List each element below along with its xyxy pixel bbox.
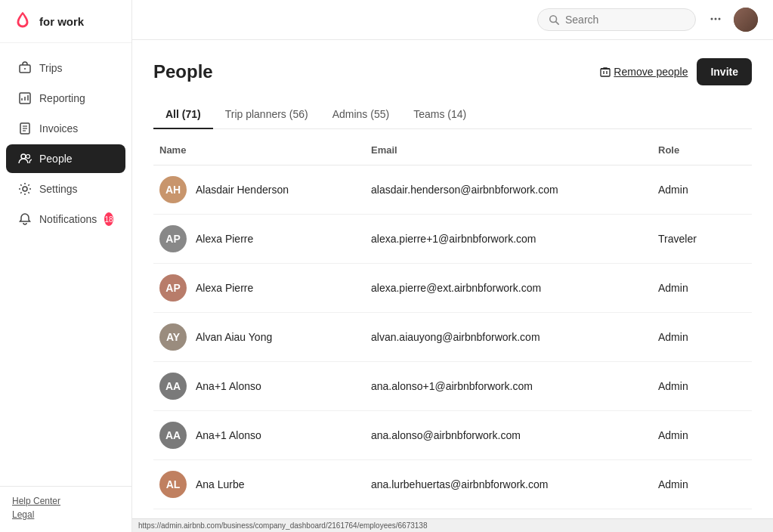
person-avatar: AP — [159, 274, 187, 302]
person-role: Admin — [652, 165, 752, 215]
sidebar-item-label: Reporting — [39, 92, 85, 104]
main-content: People Remove people Invite — [132, 40, 773, 518]
airbnb-logo-icon — [12, 11, 33, 32]
notifications-icon — [18, 212, 32, 226]
sidebar-item-notifications[interactable]: Notifications 18 — [6, 205, 125, 234]
svg-point-16 — [715, 17, 717, 20]
table-row[interactable]: APAlexa Pierrealexa.pierre@ext.airbnbfor… — [153, 264, 752, 313]
person-name-cell: AAAna+1 Alonso — [153, 411, 365, 460]
person-role: Admin — [652, 313, 752, 362]
person-name-cell: APAlexa Pierre — [153, 264, 365, 313]
person-email: alexa.pierre@ext.airbnbforwork.com — [365, 264, 652, 313]
page-content: People Remove people Invite — [132, 40, 773, 518]
people-table: Name Email Role AHAlasdair Hendersonalas… — [153, 135, 752, 518]
sidebar-item-settings[interactable]: Settings — [6, 175, 125, 203]
sidebar-item-trips[interactable]: Trips — [6, 54, 125, 82]
table-row[interactable]: AYAlvan Aiau Yongalvan.aiauyong@airbnbfo… — [153, 313, 752, 362]
settings-icon — [18, 182, 32, 196]
person-email: andrew.prayogo@ext.airbnbforwork.com — [365, 509, 652, 519]
table-row[interactable]: APAlexa Pierrealexa.pierre+1@airbnbforwo… — [153, 215, 752, 264]
status-bar: https://admin.airbnb.com/business/compan… — [132, 518, 773, 532]
svg-point-15 — [711, 17, 713, 20]
svg-point-12 — [23, 187, 27, 191]
person-role: Admin — [652, 460, 752, 509]
person-name: Alexa Pierre — [196, 282, 253, 294]
invoices-icon — [18, 122, 32, 135]
person-email: ana.alonso@airbnbforwork.com — [365, 411, 652, 460]
sidebar-item-reporting[interactable]: Reporting — [6, 84, 125, 113]
table-row[interactable]: AAAna+1 Alonsoana.alonso+1@airbnbforwork… — [153, 362, 752, 411]
person-name: Ana+1 Alonso — [196, 380, 261, 392]
tab-all[interactable]: All (71) — [153, 101, 213, 129]
person-name: Alvan Aiau Yong — [196, 331, 272, 343]
person-avatar: AA — [159, 422, 187, 449]
person-role: Traveler — [652, 215, 752, 264]
sidebar-item-label: Settings — [39, 183, 78, 195]
person-name-cell: APAlexa Pierre — [153, 215, 365, 264]
svg-point-11 — [26, 155, 30, 159]
table-row[interactable]: ALAna Lurbeana.lurbehuertas@airbnbforwor… — [153, 460, 752, 509]
svg-point-10 — [21, 154, 26, 159]
people-icon — [18, 152, 32, 165]
header-actions: Remove people Invite — [600, 58, 752, 85]
avatar-image — [734, 8, 758, 32]
invite-button[interactable]: Invite — [697, 58, 752, 85]
person-email: ana.alonso+1@airbnbforwork.com — [365, 362, 652, 411]
person-name: Alasdair Henderson — [196, 184, 289, 196]
sidebar-header: for work — [0, 0, 131, 43]
page-title: People — [153, 61, 213, 82]
search-box[interactable] — [537, 8, 696, 31]
person-avatar: AL — [159, 471, 187, 498]
person-name-cell: AYAlvan Aiau Yong — [153, 313, 365, 362]
person-email: alasdair.henderson@airbnbforwork.com — [365, 165, 652, 215]
table-row[interactable]: AAAna+1 Alonsoana.alonso@airbnbforwork.c… — [153, 411, 752, 460]
person-name-cell: AHAlasdair Henderson — [153, 165, 365, 215]
sidebar: for work Trips Reporting — [0, 0, 132, 532]
person-role: Admin — [652, 411, 752, 460]
svg-rect-18 — [601, 69, 610, 76]
tab-admins[interactable]: Admins (55) — [320, 101, 401, 129]
sidebar-item-label: Invoices — [39, 122, 78, 135]
person-name: Ana+1 Alonso — [196, 429, 261, 441]
remove-people-button[interactable]: Remove people — [600, 66, 688, 78]
help-center-link[interactable]: Help Center — [12, 496, 119, 506]
remove-icon — [600, 66, 611, 77]
sidebar-nav: Trips Reporting In — [0, 43, 131, 486]
tab-teams[interactable]: Teams (14) — [401, 101, 478, 129]
col-header-role: Role — [652, 135, 752, 165]
topbar-actions — [705, 8, 758, 32]
sidebar-item-label: Notifications — [39, 213, 97, 225]
sidebar-item-invoices[interactable]: Invoices — [6, 114, 125, 143]
app-layout: for work Trips Reporting — [0, 0, 773, 532]
tabs: All (71)Trip planners (56)Admins (55)Tea… — [153, 101, 752, 129]
notifications-badge: 18 — [104, 212, 113, 226]
sidebar-item-label: People — [39, 153, 73, 165]
legal-link[interactable]: Legal — [12, 509, 119, 520]
sidebar-item-label: Trips — [39, 62, 63, 74]
table-row[interactable]: AHAlasdair Hendersonalasdair.henderson@a… — [153, 165, 752, 215]
table-row[interactable]: ATAndre Testandrew.prayogo@ext.airbnbfor… — [153, 509, 752, 519]
user-avatar[interactable] — [734, 8, 758, 32]
sidebar-footer: Help Center Legal — [0, 486, 131, 532]
svg-point-17 — [719, 17, 721, 20]
brand-name: for work — [39, 15, 84, 28]
person-name-cell: ATAndre Test — [153, 509, 365, 519]
trips-icon — [18, 61, 32, 75]
sidebar-item-people[interactable]: People — [6, 144, 125, 173]
person-name: Ana Lurbe — [196, 478, 245, 490]
tab-trip-planners[interactable]: Trip planners (56) — [213, 101, 320, 129]
col-header-email: Email — [365, 135, 652, 165]
person-email: alexa.pierre+1@airbnbforwork.com — [365, 215, 652, 264]
person-role: Admin — [652, 362, 752, 411]
person-email: ana.lurbehuertas@airbnbforwork.com — [365, 460, 652, 509]
reporting-icon — [18, 91, 32, 105]
topbar — [132, 0, 773, 40]
person-email: alvan.aiauyong@airbnbforwork.com — [365, 313, 652, 362]
person-avatar: AY — [159, 323, 187, 351]
page-header: People Remove people Invite — [153, 58, 752, 85]
menu-button[interactable] — [705, 8, 726, 32]
person-name: Alexa Pierre — [196, 233, 253, 245]
search-input[interactable] — [565, 14, 685, 26]
svg-line-14 — [556, 22, 559, 25]
person-role: Admin — [652, 264, 752, 313]
